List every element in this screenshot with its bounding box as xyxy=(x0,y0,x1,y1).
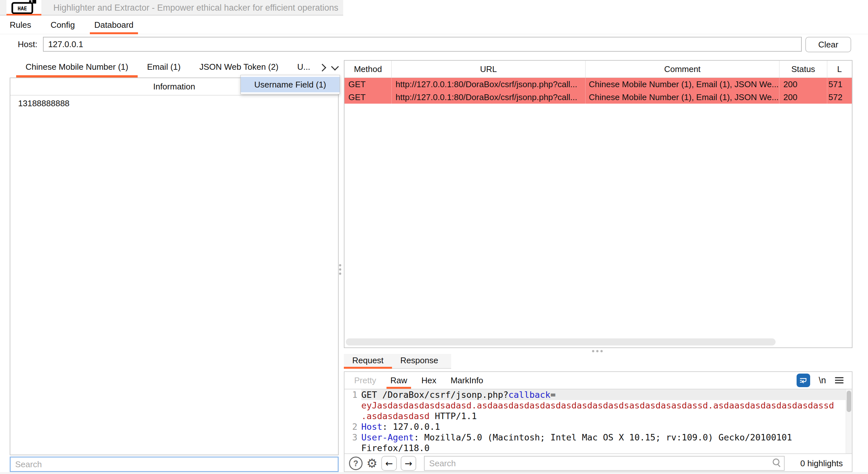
tab-response[interactable]: Response xyxy=(392,354,446,368)
previous-match-button[interactable]: ← xyxy=(381,456,397,471)
table-row[interactable]: GET http://127.0.0.1:80/DoraBox/csrf/jso… xyxy=(344,91,852,104)
cell-status: 200 xyxy=(779,91,827,104)
tab-overflow-dropdown: Username Field (1) xyxy=(241,75,340,94)
code-line: 2 Host: 127.0.0.1 xyxy=(344,421,852,432)
information-search-input[interactable] xyxy=(10,456,339,472)
line-number xyxy=(344,443,361,453)
cell-url: http://127.0.0.1:80/DoraBox/csrf/jsonp.p… xyxy=(392,78,586,91)
request-table-header: Method URL Comment Status L xyxy=(344,61,852,78)
line-number xyxy=(344,400,361,411)
tab-email[interactable]: Email (1) xyxy=(138,58,190,77)
extension-tab-bar: Rules Config Databoard xyxy=(0,15,868,34)
host-row: Host: Clear xyxy=(0,34,868,54)
editor-search xyxy=(424,456,785,471)
tab-json-web-token[interactable]: JSON Web Token (2) xyxy=(190,58,288,77)
code-line: 3 User-Agent: Mozilla/5.0 (Macintosh; In… xyxy=(344,432,852,443)
newline-toggle[interactable]: \n xyxy=(818,375,826,385)
tab-overflow-controls xyxy=(319,65,343,70)
line-number: 3 xyxy=(344,432,361,443)
tab-markinfo[interactable]: MarkInfo xyxy=(443,372,490,389)
data-type-tab-bar: Chinese Mobile Number (1) Email (1) JSON… xyxy=(10,58,339,77)
code-line: .asdasdasdasd HTTP/1.1 xyxy=(344,411,852,421)
vertical-scrollbar-track[interactable] xyxy=(846,390,852,453)
search-icon xyxy=(773,459,779,465)
code-line: Firefox/118.0 xyxy=(344,443,852,453)
tab-hex[interactable]: Hex xyxy=(414,372,443,389)
show-tab-list-icon[interactable] xyxy=(331,63,339,70)
code-line: 1 GET /DoraBox/csrf/jsonp.php?callback= xyxy=(344,390,852,400)
tab-chinese-mobile-number[interactable]: Chinese Mobile Number (1) xyxy=(16,58,138,77)
cell-method: GET xyxy=(344,91,392,104)
tab-pretty[interactable]: Pretty xyxy=(347,372,383,389)
message-editor: Pretty Raw Hex MarkInfo \n xyxy=(344,371,852,472)
tab-request[interactable]: Request xyxy=(344,354,392,368)
information-list: Information 13188888888 xyxy=(10,77,339,455)
hae-window: HAE Highlighter and Extractor - Empower … xyxy=(0,0,868,474)
column-header-method[interactable]: Method xyxy=(344,61,392,77)
wrap-lines-icon xyxy=(799,376,808,385)
wrap-lines-button[interactable] xyxy=(797,374,810,387)
next-match-button[interactable]: → xyxy=(401,456,416,471)
help-icon[interactable]: ? xyxy=(349,456,363,470)
tab-rules[interactable]: Rules xyxy=(5,15,35,34)
editor-menu-icon[interactable] xyxy=(834,376,844,384)
dropdown-item-username-field[interactable]: Username Field (1) xyxy=(241,77,340,92)
host-input[interactable] xyxy=(43,37,802,52)
vertical-scrollbar-thumb[interactable] xyxy=(847,391,851,412)
request-raw-view[interactable]: 1 GET /DoraBox/csrf/jsonp.php?callback= … xyxy=(344,389,852,454)
tab-raw[interactable]: Raw xyxy=(383,372,414,389)
hae-logo-icon: HAE xyxy=(11,0,37,14)
horizontal-scrollbar-thumb[interactable] xyxy=(346,338,776,345)
gear-icon[interactable]: ⚙ xyxy=(367,457,377,470)
column-header-url[interactable]: URL xyxy=(392,61,586,77)
clear-button[interactable]: Clear xyxy=(805,37,851,52)
suite-tab-bar: HAE Highlighter and Extractor - Empower … xyxy=(0,0,868,16)
editor-toolbar-icons: \n xyxy=(797,374,852,387)
tab-config[interactable]: Config xyxy=(46,15,79,34)
request-table: Method URL Comment Status L GET http://1… xyxy=(344,60,852,348)
line-number: 1 xyxy=(344,390,361,400)
editor-mode-bar: Pretty Raw Hex MarkInfo \n xyxy=(344,372,852,389)
cell-length: 572 xyxy=(827,91,844,104)
highlights-count: 0 highlights xyxy=(800,459,843,469)
cell-status: 200 xyxy=(779,78,827,91)
message-tab-bar: Request Response xyxy=(344,354,451,369)
extension-title: Highlighter and Extractor - Empower ethi… xyxy=(53,0,338,15)
vertical-splitter-handle[interactable] xyxy=(339,262,341,277)
column-header-length[interactable]: L xyxy=(827,61,844,77)
line-number xyxy=(344,411,361,421)
window-bottom-edge xyxy=(0,472,868,474)
list-item[interactable]: 13188888888 xyxy=(10,96,338,111)
column-header-status[interactable]: Status xyxy=(779,61,827,77)
code-line: eyJasdasdasdasdsadasd.asdaasdasdasdasdas… xyxy=(344,400,852,411)
editor-search-input[interactable] xyxy=(424,456,785,471)
tab-username-field-truncated[interactable]: U... xyxy=(288,58,319,77)
cell-length: 571 xyxy=(827,78,844,91)
column-header-comment[interactable]: Comment xyxy=(586,61,779,77)
editor-footer: ? ⚙ ← → 0 highlights xyxy=(344,454,852,473)
hae-logo-tab[interactable]: HAE xyxy=(6,0,41,14)
horizontal-splitter-handle[interactable] xyxy=(592,350,603,352)
cell-url: http://127.0.0.1:80/DoraBox/csrf/jsonp.p… xyxy=(392,91,586,104)
cell-comment: Chinese Mobile Number (1), Email (1), JS… xyxy=(586,78,779,91)
tab-databoard[interactable]: Databoard xyxy=(90,15,138,34)
cell-method: GET xyxy=(344,78,392,91)
table-row[interactable]: GET http://127.0.0.1:80/DoraBox/csrf/jso… xyxy=(344,78,852,91)
scroll-tabs-right-icon[interactable] xyxy=(319,64,327,71)
line-number: 2 xyxy=(344,421,361,432)
svg-text:HAE: HAE xyxy=(18,5,27,12)
host-label: Host: xyxy=(18,34,37,54)
cell-comment: Chinese Mobile Number (1), Email (1), JS… xyxy=(586,91,779,104)
